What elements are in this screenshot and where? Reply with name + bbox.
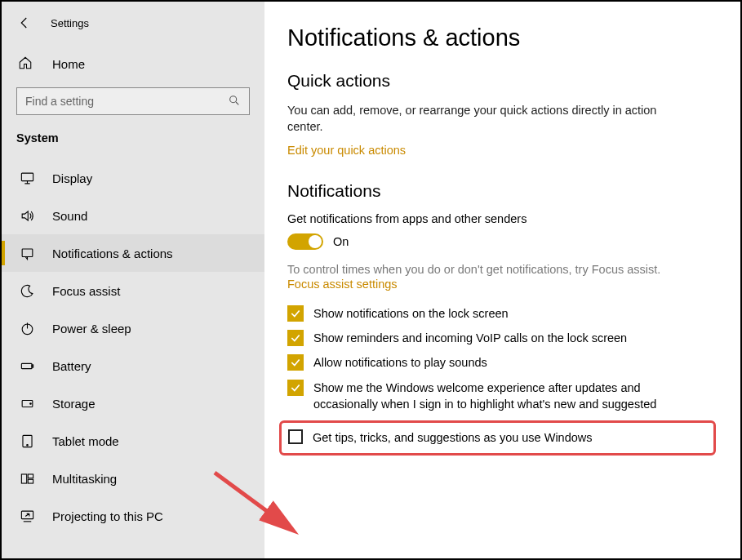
search-field[interactable] <box>25 95 228 108</box>
sidebar-item-label: Multitasking <box>52 472 117 486</box>
check-show-reminders: Show reminders and incoming VoIP calls o… <box>287 330 708 346</box>
sidebar-item-power-sleep[interactable]: Power & sleep <box>2 309 264 347</box>
home-icon <box>18 56 36 73</box>
check-label: Allow notifications to play sounds <box>313 354 487 371</box>
sidebar-item-display[interactable]: Display <box>2 159 264 197</box>
checkbox[interactable] <box>287 330 304 346</box>
notification-checks: Show notifications on the lock screen Sh… <box>287 305 708 456</box>
svg-point-0 <box>230 96 237 102</box>
tablet-icon <box>18 433 36 449</box>
notification-icon <box>18 246 36 261</box>
notifications-heading: Notifications <box>287 181 708 201</box>
project-icon <box>18 509 36 524</box>
page-title: Notifications & actions <box>287 24 708 51</box>
sidebar: Settings Home System Display <box>2 2 264 558</box>
sidebar-item-label: Projecting to this PC <box>52 509 163 523</box>
quick-actions-heading: Quick actions <box>287 71 708 91</box>
sidebar-item-sound[interactable]: Sound <box>2 197 264 234</box>
notifications-toggle[interactable] <box>287 233 323 250</box>
checkbox[interactable] <box>287 305 304 322</box>
app-title: Settings <box>51 17 89 29</box>
sidebar-item-label: Power & sleep <box>52 322 131 336</box>
nav-list: Display Sound Notifications & actions Fo… <box>2 159 264 535</box>
sidebar-item-multitasking[interactable]: Multitasking <box>2 460 264 497</box>
svg-rect-11 <box>28 473 33 478</box>
sidebar-item-label: Notifications & actions <box>52 247 173 260</box>
check-label: Show reminders and incoming VoIP calls o… <box>313 330 627 346</box>
sidebar-item-battery[interactable]: Battery <box>2 347 264 384</box>
edit-quick-actions-link[interactable]: Edit your quick actions <box>287 144 406 157</box>
svg-rect-2 <box>22 248 33 256</box>
sidebar-item-tablet-mode[interactable]: Tablet mode <box>2 422 264 460</box>
sidebar-item-label: Focus assist <box>52 284 120 298</box>
svg-rect-5 <box>32 364 33 367</box>
checkbox[interactable] <box>287 354 304 371</box>
sidebar-item-label: Display <box>52 171 92 185</box>
check-label: Get tips, tricks, and suggestions as you… <box>313 429 593 446</box>
category-heading: System <box>2 127 264 159</box>
sidebar-item-notifications[interactable]: Notifications & actions <box>2 234 264 272</box>
main-content: Notifications & actions Quick actions Yo… <box>264 2 740 558</box>
storage-icon <box>18 396 36 411</box>
focus-assist-text: To control times when you do or don't ge… <box>287 261 663 278</box>
focus-assist-link[interactable]: Focus assist settings <box>287 278 398 291</box>
sidebar-item-label: Tablet mode <box>52 434 119 448</box>
moon-icon <box>18 283 36 299</box>
svg-rect-1 <box>21 173 33 181</box>
notifications-toggle-label: Get notifications from apps and other se… <box>287 212 708 225</box>
battery-icon <box>18 358 36 374</box>
power-icon <box>18 321 36 336</box>
quick-actions-description: You can add, remove, or rearrange your q… <box>287 102 663 136</box>
notifications-section: Notifications Get notifications from app… <box>287 181 708 456</box>
multitask-icon <box>18 471 36 487</box>
search-input[interactable] <box>16 87 250 115</box>
quick-actions-section: Quick actions You can add, remove, or re… <box>287 71 708 157</box>
sidebar-item-label: Sound <box>52 209 87 223</box>
check-show-lock-screen: Show notifications on the lock screen <box>287 305 708 322</box>
checkbox[interactable] <box>287 380 304 396</box>
home-label: Home <box>52 57 85 71</box>
sidebar-item-label: Storage <box>52 397 96 411</box>
check-play-sounds: Allow notifications to play sounds <box>287 354 708 371</box>
back-button[interactable] <box>13 11 36 34</box>
toggle-state-label: On <box>333 235 349 248</box>
sidebar-item-projecting[interactable]: Projecting to this PC <box>2 497 264 535</box>
check-label: Show notifications on the lock screen <box>313 305 509 322</box>
check-tips-tricks-highlighted: Get tips, tricks, and suggestions as you… <box>279 420 716 455</box>
sidebar-item-label: Battery <box>52 359 91 373</box>
checkbox[interactable] <box>288 429 303 444</box>
monitor-icon <box>18 171 36 186</box>
speaker-icon <box>18 208 36 224</box>
check-label: Show me the Windows welcome experience a… <box>313 380 664 413</box>
svg-rect-12 <box>28 479 33 483</box>
sidebar-item-storage[interactable]: Storage <box>2 384 264 422</box>
check-welcome-experience: Show me the Windows welcome experience a… <box>287 380 708 413</box>
svg-rect-4 <box>21 363 32 368</box>
svg-point-9 <box>26 444 28 446</box>
home-nav[interactable]: Home <box>2 47 264 81</box>
svg-rect-10 <box>21 473 26 482</box>
svg-point-7 <box>29 402 31 404</box>
sidebar-item-focus-assist[interactable]: Focus assist <box>2 272 264 309</box>
search-icon <box>228 94 241 109</box>
